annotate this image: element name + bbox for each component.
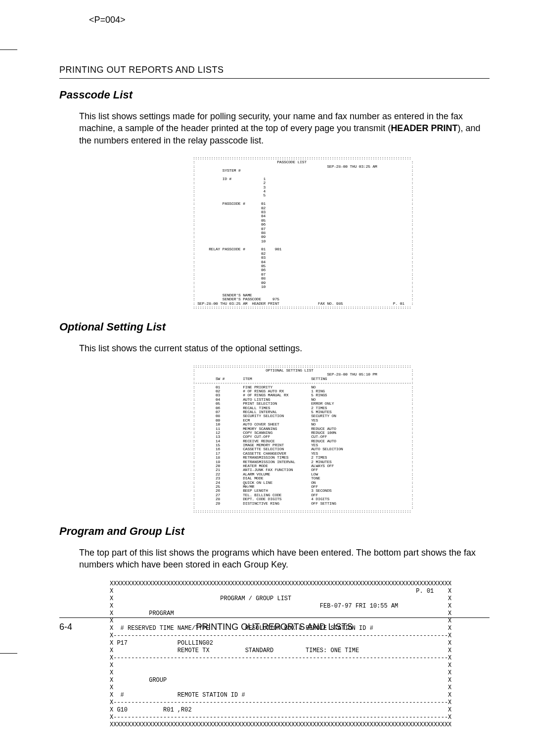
passcode-list-printout: ::::::::::::::::::::::::::::::::::::::::…: [192, 155, 357, 311]
page-marker: <P=004>: [89, 15, 490, 25]
section-title-optional: Optional Setting List: [59, 321, 490, 333]
crop-mark: [0, 49, 17, 50]
section-title-passcode: Passcode List: [59, 89, 490, 101]
program-group-printout: XXXXXXXXXXXXXXXXXXXXXXXXXXXXXXXXXXXXXXXX…: [109, 579, 422, 730]
section-title-program-group: Program and Group List: [59, 525, 490, 538]
footer-page-number: 6-4: [59, 622, 72, 632]
footer-title: PRINTING OUT REPORTS AND LISTS: [196, 622, 353, 632]
running-head: PRINTING OUT REPORTS AND LISTS: [59, 65, 490, 75]
rule: [59, 617, 490, 618]
optional-setting-printout: ::::::::::::::::::::::::::::::::::::::::…: [192, 364, 357, 515]
optional-paragraph: This list shows the current status of th…: [79, 342, 485, 354]
page-footer: 6-4 PRINTING OUT REPORTS AND LISTS 6-4: [59, 617, 490, 632]
program-group-paragraph: The top part of this list shows the prog…: [79, 547, 485, 571]
rule: [59, 78, 490, 79]
manual-page: <P=004> PRINTING OUT REPORTS AND LISTS P…: [0, 0, 534, 756]
crop-mark: [0, 653, 17, 654]
passcode-paragraph: This list shows settings made for pollin…: [79, 110, 485, 146]
header-print-bold: HEADER PRINT: [391, 123, 457, 133]
